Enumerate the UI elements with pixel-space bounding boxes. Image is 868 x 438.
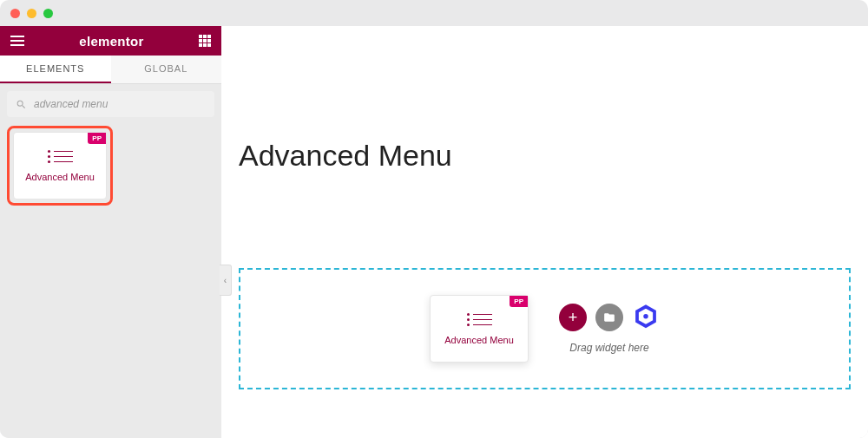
search-field[interactable] xyxy=(7,91,214,117)
add-section-button[interactable]: + xyxy=(559,304,587,331)
svg-point-0 xyxy=(643,314,648,319)
window-close-icon[interactable] xyxy=(10,9,20,18)
sidebar-header: elementor xyxy=(0,26,221,56)
widget-advanced-menu[interactable]: PP Advanced Menu xyxy=(13,132,107,199)
folder-icon xyxy=(603,311,615,324)
search-input[interactable] xyxy=(34,98,206,110)
search-icon xyxy=(16,99,27,110)
powerpack-button[interactable] xyxy=(632,304,660,331)
tab-elements[interactable]: ELEMENTS xyxy=(0,56,111,83)
window-minimize-icon[interactable] xyxy=(27,9,36,18)
window-maximize-icon[interactable] xyxy=(43,9,53,18)
apps-grid-icon[interactable] xyxy=(199,35,211,47)
widget-highlight: PP Advanced Menu xyxy=(7,126,113,206)
search-container xyxy=(0,84,221,124)
template-library-button[interactable] xyxy=(595,304,623,331)
widget-list: PP Advanced Menu xyxy=(0,124,221,207)
sidebar-tabs: ELEMENTS GLOBAL xyxy=(0,56,221,84)
dragging-widget[interactable]: PP Advanced Menu xyxy=(430,295,529,363)
hexagon-icon xyxy=(633,304,659,330)
collapse-sidebar-button[interactable]: ‹ xyxy=(220,265,232,296)
brand-label: elementor xyxy=(79,34,143,49)
dropzone[interactable]: PP Advanced Menu + xyxy=(239,268,851,389)
menu-lines-icon xyxy=(467,313,492,326)
titlebar xyxy=(0,0,868,26)
menu-lines-icon xyxy=(48,150,73,163)
tab-global[interactable]: GLOBAL xyxy=(111,56,222,83)
editor-canvas: Advanced Menu PP Advanced Menu + xyxy=(221,26,868,438)
drop-hint: Drag widget here xyxy=(569,342,648,354)
widget-badge: PP xyxy=(88,133,106,144)
dragging-widget-badge: PP xyxy=(510,296,528,307)
app-content: elementor ELEMENTS GLOBAL PP xyxy=(0,26,868,438)
sidebar: elementor ELEMENTS GLOBAL PP xyxy=(0,26,221,438)
page-title: Advanced Menu xyxy=(239,139,851,173)
drop-circles: + xyxy=(559,304,660,331)
drop-actions: + Drag widget here xyxy=(559,304,660,354)
menu-icon[interactable] xyxy=(10,36,24,46)
app-window: elementor ELEMENTS GLOBAL PP xyxy=(0,0,868,438)
widget-label: Advanced Menu xyxy=(25,172,95,182)
dragging-widget-label: Advanced Menu xyxy=(444,335,514,345)
